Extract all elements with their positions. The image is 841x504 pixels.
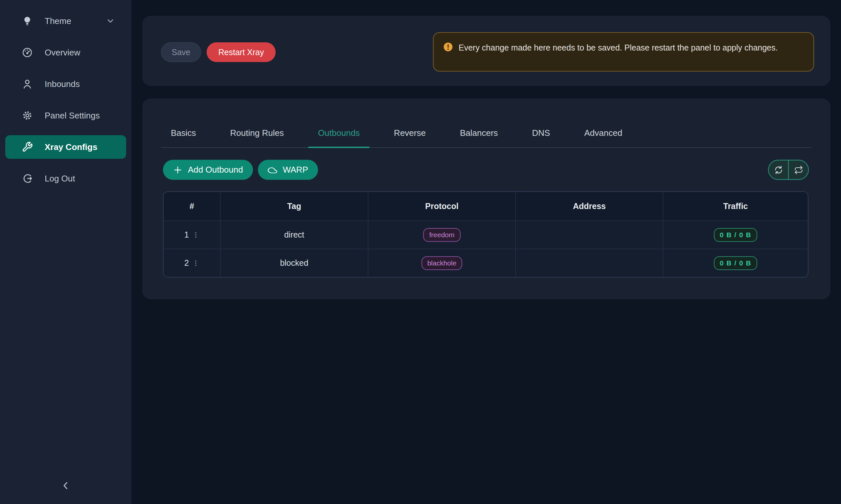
protocol-badge: freedom <box>423 228 460 242</box>
sidebar-item-panel-settings[interactable]: Panel Settings <box>5 104 126 127</box>
config-tabs: Basics Routing Rules Outbounds Reverse B… <box>161 124 812 148</box>
logout-icon <box>22 173 33 184</box>
sidebar-item-label: Overview <box>45 48 80 58</box>
user-icon <box>22 78 33 90</box>
outbounds-table: # Tag Protocol Address Traffic 1 direct <box>163 191 808 277</box>
sidebar-item-label: Panel Settings <box>45 111 100 121</box>
traffic-badge: 0 B / 0 B <box>714 256 757 270</box>
gauge-icon <box>22 47 33 58</box>
tab-reverse[interactable]: Reverse <box>384 128 435 147</box>
sidebar-nav: Overview Inbounds Panel Settings <box>0 41 132 190</box>
tab-basics[interactable]: Basics <box>161 128 206 147</box>
sidebar-item-inbounds[interactable]: Inbounds <box>5 72 126 96</box>
refresh-button[interactable] <box>769 160 788 179</box>
theme-selector[interactable]: Theme <box>5 9 126 33</box>
table-refresh-group <box>768 160 809 180</box>
sidebar-collapse-button[interactable] <box>56 476 75 496</box>
table-row: 2 blocked blackhole 0 B / 0 B <box>164 249 808 277</box>
restart-xray-button[interactable]: Restart Xray <box>207 42 276 62</box>
actions-card: Save Restart Xray Every change made here… <box>142 16 830 86</box>
plus-icon <box>173 165 183 175</box>
outbounds-toolbar: Add Outbound WARP <box>163 160 809 180</box>
column-header-tag: Tag <box>220 192 368 220</box>
save-button[interactable]: Save <box>161 42 201 62</box>
xray-config-card: Basics Routing Rules Outbounds Reverse B… <box>142 98 830 299</box>
column-header-address: Address <box>516 192 663 220</box>
sidebar-item-overview[interactable]: Overview <box>5 41 126 64</box>
row-menu-button[interactable] <box>192 231 200 238</box>
row-traffic-cell: 0 B / 0 B <box>663 249 808 277</box>
protocol-badge: blackhole <box>422 256 463 270</box>
sidebar: Theme Overview <box>0 0 132 504</box>
tab-outbounds[interactable]: Outbounds <box>308 128 370 147</box>
cloud-icon <box>268 165 278 175</box>
row-index-cell: 2 <box>164 249 220 277</box>
refresh-icon <box>774 165 784 175</box>
kebab-icon <box>192 231 200 238</box>
gear-icon <box>22 110 33 121</box>
row-tag: direct <box>220 221 368 249</box>
tab-balancers[interactable]: Balancers <box>450 128 508 147</box>
column-header-traffic: Traffic <box>663 192 808 220</box>
row-protocol-cell: freedom <box>368 221 516 249</box>
add-outbound-label: Add Outbound <box>188 165 243 175</box>
sidebar-item-xray-configs[interactable]: Xray Configs <box>5 135 126 159</box>
tab-dns[interactable]: DNS <box>522 128 560 147</box>
kebab-icon <box>192 259 200 267</box>
warp-label: WARP <box>283 165 308 175</box>
table-header-row: # Tag Protocol Address Traffic <box>164 192 808 220</box>
warning-text: Every change made here needs to be saved… <box>459 41 777 54</box>
add-outbound-button[interactable]: Add Outbound <box>163 160 253 180</box>
warp-button[interactable]: WARP <box>258 160 318 180</box>
repeat-icon <box>794 165 803 175</box>
wrench-icon <box>22 141 33 152</box>
traffic-badge: 0 B / 0 B <box>714 228 757 242</box>
sidebar-item-label: Xray Configs <box>45 142 97 152</box>
row-index-cell: 1 <box>164 221 220 249</box>
table-row: 1 direct freedom 0 B / 0 B <box>164 220 808 249</box>
sidebar-item-log-out[interactable]: Log Out <box>5 167 126 190</box>
row-index: 2 <box>184 258 189 268</box>
chevron-down-icon <box>106 16 115 25</box>
sidebar-item-label: Inbounds <box>45 79 80 89</box>
reload-button[interactable] <box>788 160 808 179</box>
warning-icon <box>443 42 453 52</box>
row-address <box>516 221 663 249</box>
row-address <box>516 249 663 277</box>
tab-routing-rules[interactable]: Routing Rules <box>220 128 294 147</box>
restart-warning-alert: Every change made here needs to be saved… <box>433 32 814 72</box>
row-tag: blocked <box>220 249 368 277</box>
chevron-left-icon <box>60 480 71 491</box>
column-header-protocol: Protocol <box>368 192 516 220</box>
row-index: 1 <box>184 230 189 239</box>
theme-label: Theme <box>45 16 71 26</box>
row-traffic-cell: 0 B / 0 B <box>663 221 808 249</box>
tab-advanced[interactable]: Advanced <box>574 128 632 147</box>
row-menu-button[interactable] <box>192 259 200 267</box>
lightbulb-icon <box>22 15 33 26</box>
sidebar-item-label: Log Out <box>45 174 75 184</box>
column-header-index: # <box>164 192 220 220</box>
row-protocol-cell: blackhole <box>368 249 516 277</box>
main-content: Save Restart Xray Every change made here… <box>132 0 841 504</box>
